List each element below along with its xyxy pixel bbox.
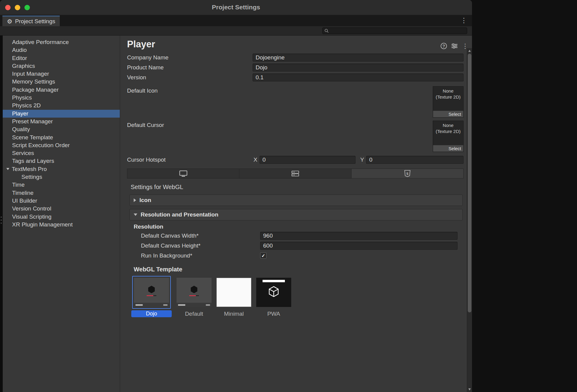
default-cursor-object-field[interactable]: None (Texture 2D) Select <box>433 121 464 152</box>
panel-header-icons: ? ⋮ <box>441 43 468 49</box>
sidebar-item-player[interactable]: Player <box>3 110 120 118</box>
template-frame <box>177 276 212 309</box>
help-icon[interactable]: ? <box>441 43 447 49</box>
sidebar-item-physics[interactable]: Physics <box>3 94 120 102</box>
platform-tab-strip: 5 <box>127 169 464 179</box>
unity-logo-mini-icon <box>178 304 185 306</box>
canvas-width-input[interactable] <box>260 232 457 240</box>
thumbnail-footer <box>134 303 169 307</box>
panel-title: Player <box>127 39 155 50</box>
resolution-section-foldout[interactable]: Resolution and Presentation <box>129 209 463 220</box>
company-name-row: Company Name <box>127 52 464 62</box>
sidebar-item-label: TextMesh Pro <box>12 165 47 173</box>
sidebar-item-memory-settings[interactable]: Memory Settings <box>3 78 120 86</box>
sidebar-item-services[interactable]: Services <box>3 149 120 157</box>
object-none-text: None <box>433 122 463 128</box>
company-name-input[interactable] <box>253 54 464 62</box>
resolution-section-title: Resolution and Presentation <box>141 211 218 218</box>
search-icon <box>324 29 329 33</box>
template-frame <box>216 276 251 309</box>
sidebar-item-preset-manager[interactable]: Preset Manager <box>3 118 120 125</box>
tab-label: Project Settings <box>15 18 55 25</box>
sidebar-item-scene-template[interactable]: Scene Template <box>3 134 120 141</box>
panel-header: Player <box>127 38 464 51</box>
cursor-hotspot-y-input[interactable] <box>366 156 464 164</box>
default-cursor-row: Default Cursor None (Texture 2D) Select <box>127 121 464 152</box>
sidebar-item-visual-scripting[interactable]: Visual Scripting <box>3 213 120 221</box>
scroll-down-icon[interactable] <box>468 388 471 390</box>
default-icon-row: Default Icon None (Texture 2D) Select <box>127 86 464 118</box>
grip-handle-icon[interactable] <box>1 217 2 224</box>
scrollbar-thumb[interactable] <box>468 54 471 312</box>
sidebar-item-quality[interactable]: Quality <box>3 125 120 133</box>
version-row: Version <box>127 72 464 82</box>
unity-cube-icon <box>190 285 199 294</box>
sidebar-item-physics-2d[interactable]: Physics 2D <box>3 102 120 109</box>
sidebar-item-audio[interactable]: Audio <box>3 46 120 54</box>
template-thumbnail <box>134 278 169 307</box>
icon-section-foldout[interactable]: Icon <box>129 194 463 206</box>
tab-bar-menu-icon[interactable]: ⋮ <box>461 17 467 24</box>
sidebar-item-script-execution-order[interactable]: Script Execution Order <box>3 141 120 149</box>
template-label: Minimal <box>224 310 244 317</box>
template-thumbnail <box>256 278 291 307</box>
cursor-hotspot-label: Cursor Hotspot <box>127 156 253 163</box>
default-cursor-select-button[interactable]: Select <box>433 145 463 152</box>
webgl-template-minimal[interactable]: Minimal <box>216 276 251 317</box>
platform-tab-webgl[interactable]: 5 <box>352 169 463 178</box>
sidebar-item-graphics[interactable]: Graphics <box>3 62 120 70</box>
default-icon-label: Default Icon <box>127 86 433 94</box>
object-none-text: None <box>433 88 463 94</box>
sidebar-item-xr-plugin-management[interactable]: XR Plugin Management <box>3 221 120 229</box>
template-label: PWA <box>267 310 280 317</box>
server-icon <box>292 170 299 177</box>
foldout-expanded-icon[interactable] <box>6 168 9 170</box>
template-label: Dojo <box>131 310 172 317</box>
tab-project-settings[interactable]: ⚙ Project Settings <box>2 16 60 26</box>
version-input[interactable] <box>253 74 464 81</box>
webgl-template-pwa[interactable]: PWA <box>256 276 291 317</box>
search-input[interactable] <box>330 28 465 34</box>
y-axis-label: Y <box>360 156 364 163</box>
webgl-template-default[interactable]: Default <box>177 276 212 317</box>
sidebar-item-package-manager[interactable]: Package Manager <box>3 86 120 94</box>
sidebar-item-time[interactable]: Time <box>3 181 120 189</box>
sidebar-item-tags-and-layers[interactable]: Tags and Layers <box>3 157 120 165</box>
html5-icon: 5 <box>404 170 410 177</box>
sidebar-item-adaptive-performance[interactable]: Adaptive Performance <box>3 38 120 46</box>
unity-cube-icon <box>147 285 156 294</box>
default-cursor-label: Default Cursor <box>127 121 433 128</box>
run-in-background-row: Run In Background* ✓ <box>127 251 464 261</box>
project-settings-window: Project Settings ⚙ Project Settings ⋮ Ad… <box>0 0 472 392</box>
product-name-input[interactable] <box>253 64 464 71</box>
platform-tab-desktop[interactable] <box>127 169 239 178</box>
sidebar-item-ui-builder[interactable]: UI Builder <box>3 197 120 205</box>
sidebar-item-timeline[interactable]: Timeline <box>3 189 120 197</box>
scroll-up-icon[interactable] <box>468 50 471 52</box>
resolution-subheader: Resolution <box>134 223 464 230</box>
run-in-background-label: Run In Background* <box>141 252 260 259</box>
unity-cube-outline-icon <box>267 285 280 298</box>
search-box[interactable] <box>322 27 467 34</box>
x-axis-label: X <box>253 156 257 163</box>
webgl-template-dojo[interactable]: Dojo <box>131 276 172 317</box>
checkmark-icon: ✓ <box>261 253 265 258</box>
template-label: Default <box>185 310 203 317</box>
vertical-scrollbar[interactable] <box>467 48 472 392</box>
sidebar-item-version-control[interactable]: Version Control <box>3 205 120 213</box>
sidebar-item-input-manager[interactable]: Input Manager <box>3 70 120 78</box>
sidebar-item-textmesh-pro[interactable]: TextMesh Pro <box>3 165 120 173</box>
foldout-expanded-icon <box>134 213 137 216</box>
sidebar-item-editor[interactable]: Editor <box>3 54 120 62</box>
cursor-hotspot-x-input[interactable] <box>260 156 355 164</box>
sidebar-item-textmesh-pro-settings[interactable]: Settings <box>3 173 120 181</box>
canvas-height-input[interactable] <box>260 242 457 250</box>
canvas-height-row: Default Canvas Height* <box>127 241 464 251</box>
platform-tab-dedicated-server[interactable] <box>239 169 351 178</box>
partner-logo-mini-icon <box>163 304 167 306</box>
run-in-background-checkbox[interactable]: ✓ <box>260 252 266 259</box>
presets-icon[interactable] <box>451 43 457 49</box>
default-icon-object-field[interactable]: None (Texture 2D) Select <box>433 86 464 118</box>
settings-for-header: Settings for WebGL <box>131 184 464 191</box>
default-icon-select-button[interactable]: Select <box>433 111 463 117</box>
